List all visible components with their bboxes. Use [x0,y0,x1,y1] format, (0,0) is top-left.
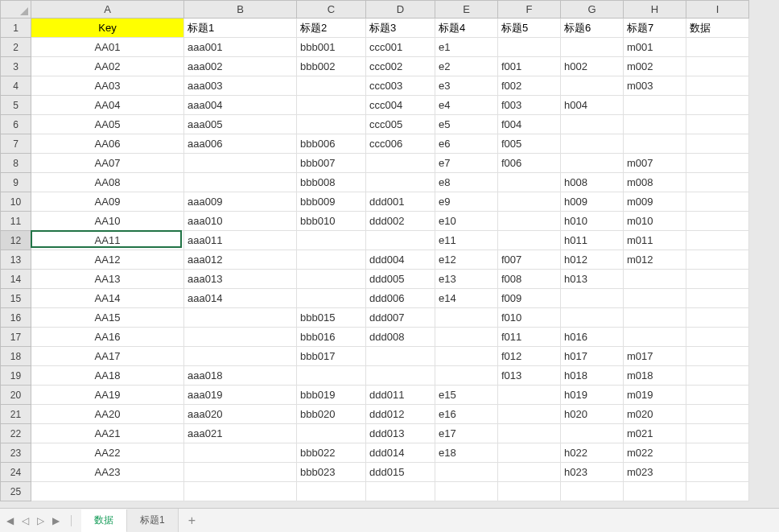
row-header[interactable]: 12 [1,231,31,250]
cell[interactable]: e8 [435,173,498,192]
cell[interactable]: e16 [435,405,498,424]
cell[interactable]: AA06 [31,134,184,154]
cell[interactable] [366,366,435,386]
cell[interactable] [366,154,435,173]
cell[interactable]: f003 [498,96,561,115]
select-all-corner[interactable] [1,1,31,19]
cell[interactable] [297,424,366,443]
cell[interactable]: bbb001 [297,38,366,57]
cell[interactable]: m001 [624,38,686,57]
cell[interactable]: m023 [624,463,686,482]
cell[interactable]: AA18 [31,366,184,386]
cell[interactable] [561,38,624,57]
column-header-F[interactable]: F [498,1,561,19]
cell[interactable] [561,289,624,308]
cell[interactable] [561,76,624,96]
cell[interactable] [297,231,366,250]
cell[interactable] [366,173,435,192]
cell[interactable] [624,308,686,328]
row-header[interactable]: 18 [1,347,31,366]
cell[interactable] [624,482,686,501]
cell[interactable]: bbb015 [297,308,366,328]
cell[interactable]: ddd006 [366,289,435,308]
cell[interactable]: e17 [435,424,498,443]
row-header[interactable]: 7 [1,134,31,154]
cell[interactable]: ddd011 [366,386,435,405]
cell[interactable]: aaa021 [184,424,297,443]
cell[interactable]: ddd008 [366,328,435,347]
cell[interactable]: aaa011 [184,231,297,250]
cell[interactable] [686,173,749,192]
cell[interactable]: bbb017 [297,347,366,366]
cell[interactable] [184,173,297,192]
cell[interactable]: AA11 [31,231,184,250]
cell[interactable] [686,482,749,501]
cell[interactable]: bbb006 [297,134,366,154]
cell[interactable]: aaa006 [184,134,297,154]
cell[interactable]: bbb010 [297,212,366,231]
cell[interactable] [686,38,749,57]
cell[interactable]: h008 [561,173,624,192]
cell[interactable]: f002 [498,76,561,96]
row-header[interactable]: 19 [1,366,31,386]
cell[interactable]: m007 [624,154,686,173]
cell[interactable] [435,347,498,366]
cell[interactable] [624,270,686,289]
cell[interactable]: f013 [498,366,561,386]
cell[interactable]: h022 [561,443,624,463]
cell[interactable]: f001 [498,57,561,76]
cell[interactable] [435,328,498,347]
cell[interactable] [624,328,686,347]
row-header[interactable]: 1 [1,19,31,38]
cell[interactable]: AA19 [31,386,184,405]
cell[interactable]: e14 [435,289,498,308]
cell[interactable]: ddd012 [366,405,435,424]
cell[interactable]: e10 [435,212,498,231]
cell[interactable]: aaa004 [184,96,297,115]
cell[interactable]: m022 [624,443,686,463]
cell[interactable]: aaa009 [184,192,297,212]
cell[interactable]: ddd002 [366,212,435,231]
row-header[interactable]: 14 [1,270,31,289]
cell[interactable]: ddd004 [366,250,435,270]
cell[interactable] [184,443,297,463]
row-header[interactable]: 4 [1,76,31,96]
nav-next-icon[interactable]: ▷ [37,515,44,526]
cell[interactable]: e7 [435,154,498,173]
cell[interactable]: m008 [624,173,686,192]
cell[interactable]: f004 [498,115,561,134]
row-header[interactable]: 5 [1,96,31,115]
cell[interactable]: ddd005 [366,270,435,289]
cell[interactable] [31,482,184,501]
cell[interactable] [686,328,749,347]
row-header[interactable]: 2 [1,38,31,57]
cell[interactable]: f009 [498,289,561,308]
row-header[interactable]: 21 [1,405,31,424]
row-header[interactable]: 15 [1,289,31,308]
cell[interactable]: e18 [435,443,498,463]
cell[interactable]: AA13 [31,270,184,289]
row-header[interactable]: 25 [1,482,31,501]
cell[interactable] [686,366,749,386]
cell[interactable] [366,482,435,501]
cell[interactable]: AA08 [31,173,184,192]
cell[interactable]: m012 [624,250,686,270]
cell[interactable]: h023 [561,463,624,482]
cell[interactable] [686,405,749,424]
cell[interactable] [686,76,749,96]
row-header[interactable]: 11 [1,212,31,231]
cell[interactable]: h009 [561,192,624,212]
cell[interactable]: f008 [498,270,561,289]
column-header-H[interactable]: H [624,1,686,19]
cell[interactable]: bbb020 [297,405,366,424]
column-header-C[interactable]: C [297,1,366,19]
cell[interactable]: 标题3 [366,19,435,38]
cell[interactable]: ddd015 [366,463,435,482]
nav-prev-icon[interactable]: ◁ [22,515,29,526]
cell[interactable] [686,57,749,76]
cell[interactable]: aaa005 [184,115,297,134]
cell[interactable]: bbb016 [297,328,366,347]
cell[interactable]: f005 [498,134,561,154]
spreadsheet-grid[interactable]: ABCDEFGHI1Key标题1标题2标题3标题4标题5标题6标题7数据2AA0… [0,0,749,501]
cell[interactable] [297,250,366,270]
